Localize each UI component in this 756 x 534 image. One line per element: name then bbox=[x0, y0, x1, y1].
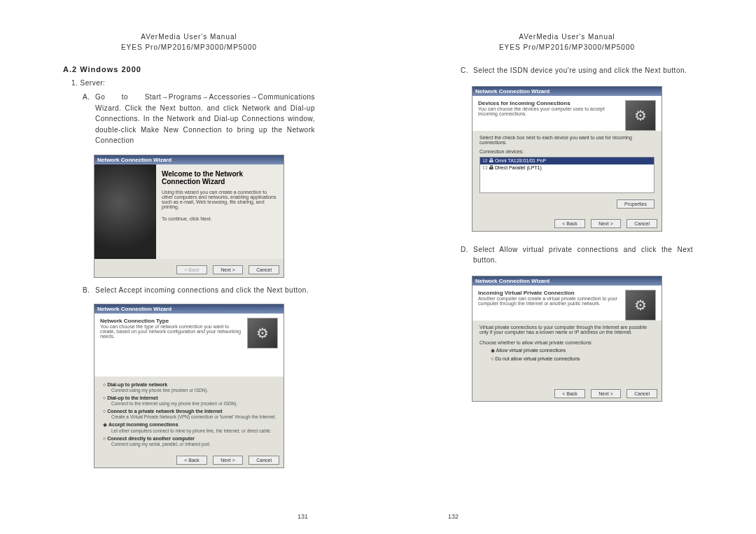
header-line1-r: AVerMedia User's Manual bbox=[441, 31, 693, 42]
header-left: AVerMedia User's Manual EYES Pro/MP2016/… bbox=[63, 31, 315, 52]
dialog-conntype: Network Connection Wizard ⚙ Network Conn… bbox=[94, 304, 284, 468]
radio-noallow-vpc[interactable]: ○ Do not allow virtual private connectio… bbox=[491, 356, 654, 361]
dialog1-next-button[interactable]: Next > bbox=[213, 265, 242, 274]
dialog4-buttons: < Back Next > Cancel bbox=[472, 383, 662, 401]
dialog-vpc: Network Connection Wizard ⚙ Incoming Vir… bbox=[472, 276, 662, 402]
dialog4-choose: Choose whether to allow virtual private … bbox=[479, 340, 654, 345]
radio-direct[interactable]: ○ Connect directly to another computer bbox=[103, 436, 281, 441]
step-a-marker: A. bbox=[83, 92, 95, 146]
wizard-side-graphic bbox=[94, 164, 156, 259]
wizard-icon-3: ⚙ bbox=[625, 100, 656, 131]
dialog4-back-button[interactable]: < Back bbox=[554, 389, 585, 398]
dialog4-para: Virtual private connections to your comp… bbox=[479, 325, 654, 335]
dialog3-title: Network Connection Wizard bbox=[472, 87, 662, 96]
wizard-icon: ⚙ bbox=[247, 318, 278, 349]
header-line2-r: EYES Pro/MP2016/MP3000/MP5000 bbox=[441, 42, 693, 52]
dialog3-next-button[interactable]: Next > bbox=[591, 219, 620, 228]
step-d-text: Select Allow virtual private connections… bbox=[473, 244, 693, 266]
dialog3-label: Select the check box next to each device… bbox=[479, 135, 654, 145]
device-listbox[interactable]: ☑ 🖷 Omni TA128:01/01 PnP ☐ 🖷 Direct Para… bbox=[479, 157, 654, 193]
dialog1-title: Network Connection Wizard bbox=[94, 155, 284, 164]
server-label: 1. Server: bbox=[63, 78, 315, 89]
page-number-right: 132 bbox=[448, 513, 458, 520]
dialog3-back-button[interactable]: < Back bbox=[554, 219, 585, 228]
dialog-welcome: Network Connection Wizard Welcome to the… bbox=[94, 155, 284, 278]
page-number-left: 131 bbox=[298, 513, 308, 520]
radio-dialup-internet[interactable]: ○ Dial-up to the Internet bbox=[103, 395, 281, 400]
step-b: B. Select Accept incoming connections an… bbox=[63, 285, 315, 296]
dialog3-cancel-button[interactable]: Cancel bbox=[626, 219, 657, 228]
device-item-1[interactable]: ☑ 🖷 Omni TA128:01/01 PnP bbox=[480, 157, 654, 164]
header-line2: EYES Pro/MP2016/MP3000/MP5000 bbox=[63, 42, 315, 52]
step-c: C. Select the ISDN device you're using a… bbox=[441, 65, 693, 76]
radio-accept-incoming-sub: Let other computers connect to mine by p… bbox=[111, 428, 281, 433]
radio-direct-sub: Connect using my serial, parallel, or in… bbox=[111, 442, 281, 447]
step-c-marker: C. bbox=[461, 65, 473, 76]
header-right: AVerMedia User's Manual EYES Pro/MP2016/… bbox=[441, 31, 693, 52]
dialog-devices: Network Connection Wizard ⚙ Devices for … bbox=[472, 86, 662, 232]
page-left: AVerMedia User's Manual EYES Pro/MP2016/… bbox=[0, 0, 378, 534]
dialog4-next-button[interactable]: Next > bbox=[591, 389, 620, 398]
radio-vpn-sub: Create a Virtual Private Network (VPN) c… bbox=[111, 414, 281, 419]
dialog4-title: Network Connection Wizard bbox=[472, 276, 662, 286]
header-line1: AVerMedia User's Manual bbox=[63, 31, 315, 42]
step-d: D. Select Allow virtual private connecti… bbox=[441, 244, 693, 266]
step-a-text: Go to Start→Programs→Accessories→Communi… bbox=[95, 92, 315, 146]
radio-allow-vpc[interactable]: ◉ Allow virtual private connections bbox=[491, 348, 654, 353]
dialog2-cancel-button[interactable]: Cancel bbox=[248, 456, 279, 465]
radio-vpn[interactable]: ○ Connect to a private network through t… bbox=[103, 409, 281, 414]
step-a: A. Go to Start→Programs→Accessories→Comm… bbox=[63, 92, 315, 146]
dialog3-subdesc: You can choose the devices your computer… bbox=[478, 106, 621, 116]
step-d-marker: D. bbox=[461, 244, 473, 266]
dialog3-buttons: < Back Next > Cancel bbox=[472, 213, 662, 231]
dialog1-back-button[interactable]: < Back bbox=[176, 265, 207, 274]
dialog2-title: Network Connection Wizard bbox=[94, 304, 284, 314]
step-b-marker: B. bbox=[83, 285, 95, 296]
dialog2-subdesc: You can choose the type of network conne… bbox=[100, 324, 243, 339]
radio-dialup-internet-sub: Connect to the Internet using my phone l… bbox=[111, 401, 281, 406]
step-b-text: Select Accept incoming connections and c… bbox=[95, 285, 315, 296]
dialog2-next-button[interactable]: Next > bbox=[213, 456, 242, 465]
dialog2-back-button[interactable]: < Back bbox=[176, 456, 207, 465]
dialog1-cancel-button[interactable]: Cancel bbox=[248, 265, 279, 274]
dialog1-para1: Using this wizard you can create a conne… bbox=[162, 190, 278, 209]
radio-dialup-private[interactable]: ○ Dial-up to private network bbox=[103, 382, 281, 387]
radio-dialup-private-sub: Connect using my phone line (modem or IS… bbox=[111, 388, 281, 393]
dialog1-para2: To continue, click Next. bbox=[162, 216, 278, 221]
dialog4-subdesc: Another computer can create a virtual pr… bbox=[478, 296, 621, 306]
step-c-text: Select the ISDN device you're using and … bbox=[473, 65, 693, 76]
section-title: A.2 Windows 2000 bbox=[63, 65, 315, 73]
dialog2-buttons: < Back Next > Cancel bbox=[94, 449, 284, 468]
dialog3-devlabel: Connection devices: bbox=[479, 149, 654, 154]
wizard-icon-4: ⚙ bbox=[625, 290, 656, 321]
device-item-2[interactable]: ☐ 🖷 Direct Parallel (LPT1) bbox=[480, 164, 654, 171]
dialog1-buttons: < Back Next > Cancel bbox=[94, 259, 284, 277]
properties-button[interactable]: Properties bbox=[617, 199, 654, 209]
dialog4-cancel-button[interactable]: Cancel bbox=[626, 389, 657, 398]
page-right: AVerMedia User's Manual EYES Pro/MP2016/… bbox=[378, 0, 756, 534]
radio-accept-incoming[interactable]: ◉ Accept incoming connections bbox=[103, 422, 281, 428]
dialog1-bigtitle: Welcome to the Network Connection Wizard bbox=[162, 170, 278, 185]
